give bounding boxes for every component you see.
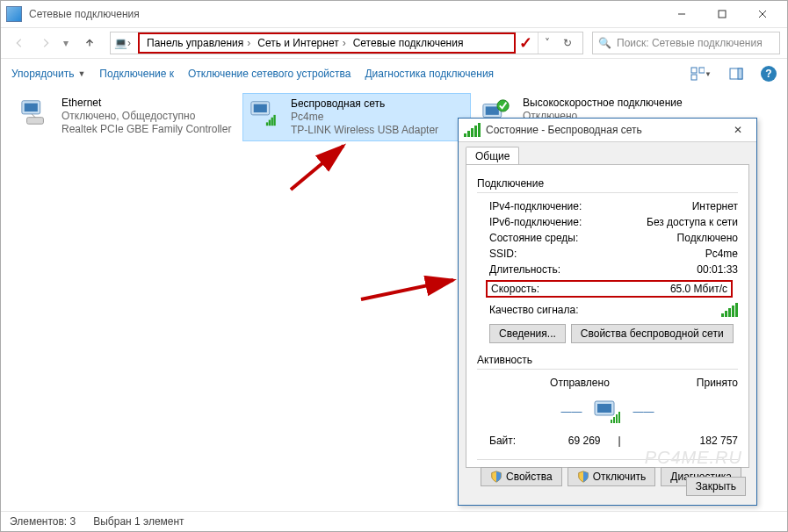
connection-status: Отключено, Общедоступно [61,110,231,123]
back-button[interactable] [8,32,31,54]
signal-bars-icon [721,303,738,317]
history-dropdown[interactable]: ▾ [61,37,71,49]
group-activity: Активность [477,354,738,366]
connection-name: Высокоскоростное подключение [523,97,683,110]
svg-rect-16 [269,120,271,126]
dialog-title: Состояние - Беспроводная сеть [486,124,725,136]
svg-rect-25 [597,404,611,413]
title-bar: Сетевые подключения [1,1,787,28]
svg-rect-10 [25,104,38,111]
dialog-title-bar[interactable]: Состояние - Беспроводная сеть ✕ [459,119,756,142]
breadcrumb-item[interactable]: Сеть и Интернет› [254,37,349,49]
toolbar: Упорядочить▼ Подключение к Отключение се… [1,59,787,90]
connection-device: Realtek PCIe GBE Family Controller [61,123,231,136]
svg-line-12 [32,114,35,118]
svg-rect-1 [719,11,726,18]
close-button[interactable]: Закрыть [686,477,746,496]
group-connection: Подключение [477,177,738,190]
connection-ssid: Pc4me [291,111,438,124]
nav-bar: ▾ 💻 › Панель управления› Сеть и Интернет… [1,28,787,59]
details-button[interactable]: Сведения... [489,324,566,343]
help-button[interactable]: ? [761,66,777,82]
dialog-close-button[interactable]: ✕ [725,124,751,136]
window-title: Сетевые подключения [29,8,662,20]
connection-wireless[interactable]: Беспроводная сеть Pc4me TP-LINK Wireless… [242,93,471,141]
minimize-button[interactable] [662,2,701,26]
organize-button[interactable]: Упорядочить▼ [11,68,85,80]
svg-rect-11 [27,118,44,125]
speed-highlight: Скорость: 65.0 Мбит/с [486,280,733,298]
duration-value: 00:01:33 [697,262,738,277]
svg-rect-20 [486,106,499,114]
activity-graphic: —— —— [477,398,738,426]
breadcrumb-item[interactable]: Сетевые подключения [350,37,467,49]
tab-general[interactable]: Общие [466,147,519,165]
ipv6-label: IPv6-подключение: [489,214,582,230]
media-value: Подключено [677,230,738,246]
svg-rect-28 [616,414,618,423]
ssid-label: SSID: [489,246,517,262]
signal-icon [464,123,481,137]
svg-rect-17 [271,118,273,126]
signal-quality-label: Качество сигнала: [489,304,578,316]
connection-name: Беспроводная сеть [291,97,438,111]
breadcrumb-dropdown[interactable]: ˅ [539,32,556,54]
bytes-recv: 182 757 [689,433,739,449]
arrow-annotation [357,264,462,308]
item-count: Элементов: 3 [10,515,76,528]
svg-line-22 [291,146,343,190]
duration-label: Длительность: [489,262,560,277]
ipv4-label: IPv4-подключение: [489,198,582,214]
forward-button[interactable] [34,32,57,54]
wireless-properties-button[interactable]: Свойства беспроводной сети [571,324,734,343]
wifi-icon [247,97,282,129]
svg-rect-14 [254,104,267,112]
details-pane-button[interactable] [726,63,747,84]
search-input[interactable]: 🔍 Поиск: Сетевые подключения [592,32,780,54]
recv-header: Принято [697,375,738,391]
sent-header: Отправлено [550,375,627,391]
speed-value: 65.0 Мбит/с [670,283,727,295]
svg-rect-15 [266,122,268,126]
close-button[interactable] [743,2,782,26]
search-placeholder: Поиск: Сетевые подключения [617,37,763,49]
pc-icon: 💻 [114,37,127,49]
disable-device-button[interactable]: Отключение сетевого устройства [188,68,351,80]
refresh-button[interactable]: ↻ [556,32,579,54]
connection-name: Ethernet [61,97,231,110]
svg-rect-4 [691,68,697,73]
properties-button[interactable]: Свойства [481,467,562,486]
svg-rect-29 [618,412,620,423]
chevron-right-icon: › [127,37,131,49]
speed-label: Скорость: [491,283,539,295]
ipv4-value: Интернет [692,198,738,214]
connection-ethernet[interactable]: Ethernet Отключено, Общедоступно Realtek… [14,93,228,140]
search-icon: 🔍 [598,37,611,49]
svg-rect-8 [738,68,742,79]
media-label: Состояние среды: [489,230,578,246]
svg-rect-6 [691,75,697,80]
ipv6-value: Без доступа к сети [647,214,738,230]
status-bar: Элементов: 3 Выбран 1 элемент [1,511,787,531]
up-button[interactable] [78,32,101,54]
svg-line-23 [361,280,453,299]
maximize-button[interactable] [703,2,741,26]
watermark: PC4ME.RU [645,448,742,468]
selection-count: Выбран 1 элемент [93,515,184,528]
svg-rect-27 [613,417,615,423]
ssid-value: Pc4me [705,246,738,262]
connect-button[interactable]: Подключение к [99,68,174,80]
checkmark-annotation: ✓ [519,33,532,53]
view-icons-button[interactable]: ▼ [690,63,712,84]
svg-rect-18 [273,115,275,126]
breadcrumb-item[interactable]: Панель управления› [143,37,254,49]
diagnose-button[interactable]: Диагностика подключения [365,68,494,80]
ethernet-icon [18,97,53,128]
app-icon [6,6,22,22]
bytes-sent: 69 269 [551,433,618,449]
breadcrumb[interactable]: 💻 › Панель управления› Сеть и Интернет› … [110,32,583,54]
breadcrumb-highlight: Панель управления› Сеть и Интернет› Сете… [138,32,516,54]
bytes-label: Байт: [489,433,551,449]
connection-device: TP-LINK Wireless USB Adapter [291,124,438,137]
disable-button[interactable]: Отключить [568,467,656,486]
